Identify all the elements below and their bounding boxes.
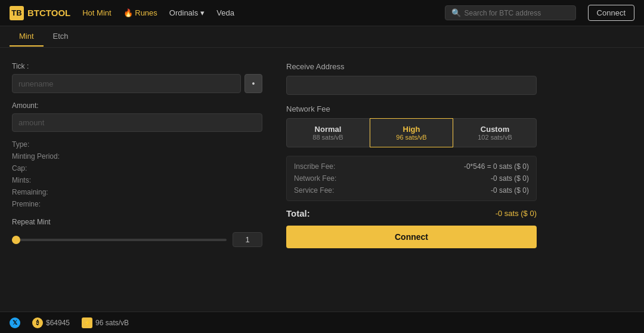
fee-custom-rate: 102 sats/vB [459, 134, 531, 141]
btc-icon: ₿ [32, 317, 43, 328]
network-fee-row-value: -0 sats ($ 0) [491, 174, 529, 183]
twitter-icon: 𝕏 [10, 317, 20, 328]
minting-period-label: Minting Period: [12, 152, 78, 161]
footer-btc-price: ₿ $64945 [32, 317, 70, 328]
fee-normal-rate: 88 sats/vB [292, 134, 364, 141]
fee-high-rate: 96 sats/vB [375, 134, 448, 141]
inscribe-fee-label: Inscribe Fee: [294, 162, 335, 171]
footer-twitter[interactable]: 𝕏 [10, 317, 20, 328]
premine-label: Premine: [12, 200, 78, 208]
fee-option-high[interactable]: High 96 sats/vB [370, 118, 453, 147]
btc-price-value: $64945 [46, 319, 70, 327]
subnav: Mint Etch [0, 26, 644, 48]
nav-runes[interactable]: 🔥 Runes [123, 8, 157, 17]
fee-breakdown: Inscribe Fee: -0*546 = 0 sats ($ 0) Netw… [286, 156, 537, 201]
cap-row: Cap: [12, 164, 262, 172]
cap-label: Cap: [12, 164, 78, 172]
inscribe-fee-value: -0*546 = 0 sats ($ 0) [464, 162, 529, 171]
remaining-label: Remaining: [12, 188, 78, 196]
amount-input[interactable] [12, 113, 262, 132]
mints-label: Mints: [12, 176, 78, 184]
right-panel: Receive Address Network Fee Normal 88 sa… [286, 62, 537, 302]
repeat-mint-section: Repeat Mint 1 [12, 218, 262, 247]
network-fee-row: Network Fee: -0 sats ($ 0) [294, 174, 529, 183]
receive-address-input-container [286, 76, 537, 95]
nav-links: Hot Mint 🔥 Runes Ordinals ▾ Veda [82, 8, 432, 17]
remaining-row: Remaining: [12, 188, 262, 196]
nav-connect-button[interactable]: Connect [588, 5, 634, 21]
navbar: TB BTCTOOL Hot Mint 🔥 Runes Ordinals ▾ V… [0, 0, 644, 26]
search-input[interactable] [465, 9, 569, 17]
slider-value: 1 [233, 232, 262, 247]
mints-row: Mints: [12, 176, 262, 184]
amount-field-group [12, 113, 262, 132]
left-panel: Tick : • Amount: Type: Minting Period: C… [12, 62, 262, 302]
app-name: BTCTOOL [27, 8, 70, 18]
type-row: Type: [12, 140, 262, 149]
footer-sats-rate: ⚡ 96 sats/vB [82, 317, 129, 328]
slider-track [12, 239, 227, 241]
search-bar: 🔍 [445, 5, 576, 20]
connect-button[interactable]: Connect [286, 226, 537, 248]
search-icon: 🔍 [451, 8, 461, 17]
fee-high-name: High [375, 125, 448, 134]
amount-label: Amount: [12, 101, 262, 110]
minting-period-row: Minting Period: [12, 152, 262, 161]
fee-option-custom[interactable]: Custom 102 sats/vB [453, 118, 537, 147]
fee-option-normal[interactable]: Normal 88 sats/vB [286, 118, 370, 147]
receive-address-label: Receive Address [286, 62, 537, 71]
total-row: Total: -0 sats ($ 0) [286, 208, 537, 218]
tick-btn[interactable]: • [244, 74, 262, 93]
total-label: Total: [286, 208, 310, 218]
nav-veda[interactable]: Veda [216, 8, 234, 17]
footer: 𝕏 ₿ $64945 ⚡ 96 sats/vB [0, 312, 644, 333]
type-label: Type: [12, 140, 78, 149]
logo-icon: TB [10, 6, 24, 20]
fee-custom-name: Custom [459, 125, 531, 134]
slider-wrap[interactable] [12, 234, 227, 246]
slider-row: 1 [12, 232, 262, 247]
subnav-etch[interactable]: Etch [44, 27, 78, 47]
nav-hot-mint[interactable]: Hot Mint [82, 8, 111, 17]
nav-ordinals[interactable]: Ordinals ▾ [169, 8, 205, 17]
sats-icon: ⚡ [82, 317, 92, 328]
slider-thumb[interactable] [12, 236, 20, 244]
service-fee-row: Service Fee: -0 sats ($ 0) [294, 186, 529, 195]
sats-rate-value: 96 sats/vB [95, 319, 129, 327]
network-fee-row-label: Network Fee: [294, 174, 336, 183]
total-value: -0 sats ($ 0) [496, 209, 537, 218]
tick-label: Tick : [12, 62, 262, 70]
repeat-mint-label: Repeat Mint [12, 218, 262, 226]
receive-address-input[interactable] [287, 76, 536, 94]
service-fee-value: -0 sats ($ 0) [491, 186, 529, 195]
network-fee-label: Network Fee [286, 104, 537, 113]
tick-field-group: • [12, 74, 262, 93]
inscribe-fee-row: Inscribe Fee: -0*546 = 0 sats ($ 0) [294, 162, 529, 171]
fee-normal-name: Normal [292, 125, 364, 134]
tick-input[interactable] [12, 74, 241, 93]
fee-options: Normal 88 sats/vB High 96 sats/vB Custom… [286, 118, 537, 147]
main-content: Tick : • Amount: Type: Minting Period: C… [0, 48, 644, 312]
premine-row: Premine: [12, 200, 262, 208]
service-fee-label: Service Fee: [294, 186, 334, 195]
chevron-down-icon: ▾ [200, 8, 205, 17]
subnav-mint[interactable]: Mint [10, 27, 44, 47]
app-logo[interactable]: TB BTCTOOL [10, 6, 70, 20]
